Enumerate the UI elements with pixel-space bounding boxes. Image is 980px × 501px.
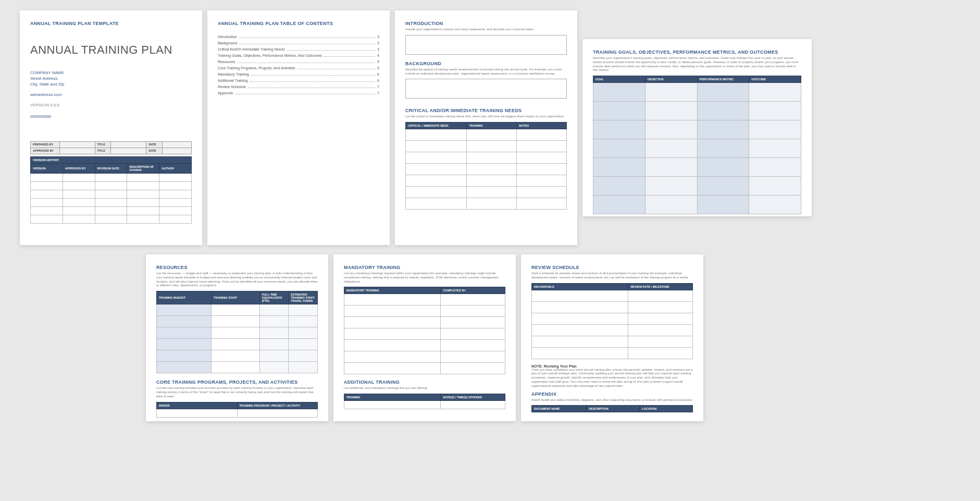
toc-label: Critical And/Or Immediate Training Needs bbox=[218, 47, 285, 51]
col-header: NOTES bbox=[517, 123, 567, 129]
toc-label: Training Goals, Objectives, Performance … bbox=[218, 54, 322, 57]
col-header: PERFORMANCE METRIC bbox=[697, 76, 749, 83]
critical-heading: CRITICAL AND/OR IMMEDIATE TRAINING NEEDS bbox=[405, 108, 567, 113]
doc-date: 00/00/0000 bbox=[30, 114, 192, 119]
page-5: RESOURCES List the resources — budget an… bbox=[146, 254, 328, 421]
document-canvas: ANNUAL TRAINING PLAN TEMPLATE ANNUAL TRA… bbox=[10, 10, 970, 491]
goals-table: GOALOBJECTIVEPERFORMANCE METRICOUTCOME bbox=[593, 76, 801, 214]
toc-item[interactable]: Resources5 bbox=[218, 60, 379, 64]
col-header: TRAINING bbox=[344, 394, 441, 401]
toc-list: Introduction3Background3Critical And/Or … bbox=[218, 35, 379, 95]
col-header: MANDATORY TRAINING bbox=[344, 287, 441, 294]
toc-item[interactable]: Additional Training6 bbox=[218, 79, 379, 83]
additional-table: TRAININGDATE(S) / TIME(S) OFFERED bbox=[344, 394, 505, 409]
col-header: DELIVERABLE bbox=[532, 283, 628, 290]
version-label: VERSION 0.0.0 bbox=[30, 103, 192, 107]
additional-heading: ADDITIONAL TRAINING bbox=[344, 380, 505, 385]
note-heading: NOTE: Revising Your Plan bbox=[531, 364, 693, 368]
bg-textbox[interactable] bbox=[405, 79, 567, 99]
col-header: TRAINING BUDGET bbox=[157, 291, 212, 304]
col-header: ESTIMATED TRAINING STAFF TRAVEL FUNDS bbox=[289, 291, 318, 304]
col-header: OUTCOME bbox=[749, 76, 801, 83]
note-text: Once you have completed your basic annua… bbox=[531, 368, 693, 388]
review-heading: REVIEW SCHEDULE bbox=[531, 265, 693, 270]
toc-page: 3 bbox=[377, 47, 379, 51]
toc-item[interactable]: Training Goals, Objectives, Performance … bbox=[218, 54, 379, 58]
col-header: CRITICAL / IMMEDIATE NEED bbox=[406, 123, 467, 129]
col-header: GOAL bbox=[593, 76, 646, 83]
core-instr: List the core training activities and se… bbox=[156, 386, 318, 398]
resources-table: TRAINING BUDGETTRAINING STAFFFULL-TIME E… bbox=[156, 291, 318, 373]
page-2: ANNUAL TRAINING PLAN TABLE OF CONTENTS I… bbox=[207, 10, 390, 245]
col-header: OBJECTIVE bbox=[645, 76, 697, 83]
doc-title: ANNUAL TRAINING PLAN bbox=[30, 43, 192, 57]
toc-item[interactable]: Core Training Programs, Projects, And Ac… bbox=[218, 66, 379, 70]
toc-page: 4 bbox=[377, 54, 379, 57]
toc-label: Additional Training bbox=[218, 79, 248, 82]
page-6: MANDATORY TRAINING List any mandatory tr… bbox=[333, 254, 516, 421]
toc-page: 6 bbox=[377, 79, 379, 82]
toc-label: Background bbox=[218, 41, 237, 45]
col-header: LOCATION bbox=[640, 406, 693, 412]
intro-heading: INTRODUCTION bbox=[405, 21, 567, 26]
toc-label: Resources bbox=[218, 60, 235, 64]
intro-textbox[interactable] bbox=[405, 35, 567, 55]
col-header: APPROVED BY bbox=[63, 163, 95, 173]
col-header: TRAINING STAFF bbox=[212, 291, 260, 304]
mandatory-instr: List any mandatory trainings required wi… bbox=[344, 272, 505, 284]
page-3: INTRODUCTION Include your organization's… bbox=[395, 10, 577, 245]
review-instr: Draft a schedule for periodic review and… bbox=[531, 272, 693, 280]
toc-item[interactable]: Background3 bbox=[218, 41, 379, 45]
toc-page: 5 bbox=[377, 66, 379, 70]
toc-item[interactable]: Mandatory Training6 bbox=[218, 72, 379, 77]
resources-heading: RESOURCES bbox=[156, 265, 318, 270]
toc-label: Review Schedule bbox=[218, 85, 246, 89]
bg-instr: Describe the type(s) of training needs a… bbox=[405, 68, 567, 76]
goals-instr: Describe your organization's training go… bbox=[593, 56, 801, 72]
resources-instr: List the resources — budget and staff — … bbox=[156, 272, 318, 288]
toc-page: 7 bbox=[377, 85, 379, 89]
core-heading: CORE TRAINING PROGRAMS, PROJECTS, AND AC… bbox=[156, 380, 318, 385]
toc-item[interactable]: Critical And/Or Immediate Training Needs… bbox=[218, 47, 379, 52]
col-header: COMPLETED BY bbox=[441, 287, 505, 294]
web-address: webaddress.com bbox=[30, 92, 192, 97]
appendix-instr: Attach health and safety checklists, dia… bbox=[531, 398, 693, 402]
mandatory-table: MANDATORY TRAININGCOMPLETED BY bbox=[344, 287, 505, 374]
toc-page: 3 bbox=[377, 35, 379, 39]
toc-item[interactable]: Introduction3 bbox=[218, 35, 379, 39]
toc-item[interactable]: Review Schedule7 bbox=[218, 85, 379, 89]
toc-item[interactable]: Appendix7 bbox=[218, 91, 379, 95]
core-table: DRIVERTRAINING PROGRAM / PROJECT / ACTIV… bbox=[156, 402, 318, 418]
col-header: DATE(S) / TIME(S) OFFERED bbox=[441, 394, 505, 401]
page-7: REVIEW SCHEDULE Draft a schedule for per… bbox=[521, 254, 703, 421]
col-header: DESCRIPTION bbox=[587, 406, 640, 412]
critical-table: CRITICAL / IMMEDIATE NEEDTRAININGNOTES bbox=[405, 122, 567, 210]
col-header: DOCUMENT NAME bbox=[532, 406, 587, 412]
intro-instr: Include your organization's mission and … bbox=[405, 28, 567, 32]
toc-page: 5 bbox=[377, 60, 379, 64]
street-address: Street Address bbox=[30, 76, 192, 81]
col-header: VERSION bbox=[31, 163, 63, 173]
col-header: AUTHOR bbox=[159, 163, 192, 173]
template-label: ANNUAL TRAINING PLAN TEMPLATE bbox=[30, 21, 192, 26]
version-history-table: VERSION HISTORY VERSIONAPPROVED BYREVISI… bbox=[30, 156, 192, 224]
additional-instr: List additional, non-mandatory trainings… bbox=[344, 386, 505, 390]
col-header: REVIEW DATE / MILESTONE bbox=[628, 283, 693, 290]
appendix-table: DOCUMENT NAMEDESCRIPTIONLOCATION bbox=[531, 405, 693, 412]
company-name: COMPANY NAME bbox=[30, 70, 192, 76]
city-state-zip: City, State and Zip bbox=[30, 81, 192, 87]
col-header: DESCRIPTION OF CHANGE bbox=[127, 163, 159, 173]
col-header: TRAINING PROGRAM / PROJECT / ACTIVITY bbox=[237, 402, 318, 409]
toc-label: Core Training Programs, Projects, And Ac… bbox=[218, 66, 295, 70]
mandatory-heading: MANDATORY TRAINING bbox=[344, 265, 505, 270]
critical-instr: List the critical or immediate training … bbox=[405, 115, 567, 119]
page-1: ANNUAL TRAINING PLAN TEMPLATE ANNUAL TRA… bbox=[20, 10, 202, 245]
col-header: DRIVER bbox=[157, 402, 238, 409]
toc-page: 6 bbox=[377, 72, 379, 76]
review-table: DELIVERABLEREVIEW DATE / MILESTONE bbox=[531, 283, 693, 359]
toc-title: ANNUAL TRAINING PLAN TABLE OF CONTENTS bbox=[218, 21, 379, 26]
col-header: TRAINING bbox=[467, 123, 517, 129]
toc-label: Introduction bbox=[218, 35, 237, 39]
col-header: REVISION DATE bbox=[95, 163, 127, 173]
toc-label: Appendix bbox=[218, 91, 233, 95]
